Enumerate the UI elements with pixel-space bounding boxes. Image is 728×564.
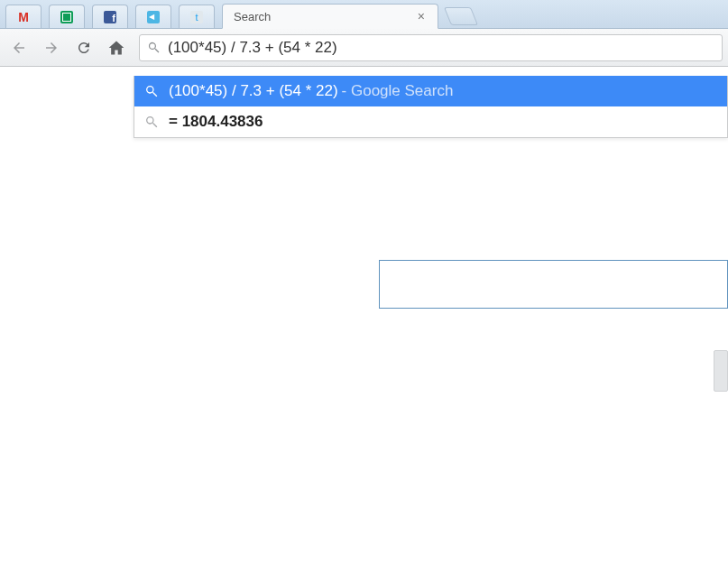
active-tab[interactable]: Search × <box>222 4 438 29</box>
new-tab-button[interactable] <box>444 7 478 25</box>
gmail-icon: M <box>16 10 31 24</box>
arrow-left-icon <box>11 40 27 56</box>
omnibox-suggestions: (100*45) / 7.3 + (54 * 22) - Google Sear… <box>134 76 728 138</box>
suggestion-text: (100*45) / 7.3 + (54 * 22) - Google Sear… <box>169 82 453 100</box>
omnibox-input[interactable] <box>168 39 714 57</box>
forward-button[interactable] <box>38 34 65 61</box>
scrollbar-thumb[interactable] <box>714 350 728 392</box>
suggestion-suffix: - Google Search <box>342 82 454 100</box>
pinned-tab-sheets[interactable] <box>49 5 85 28</box>
pinned-tab-sound[interactable] <box>135 5 171 28</box>
pinned-tab-gmail[interactable]: M <box>5 5 41 28</box>
calculator-result: = 1804.43836 <box>169 113 263 131</box>
omnibox[interactable] <box>139 34 723 61</box>
tab-strip: M f t Search × <box>0 0 728 29</box>
sound-icon <box>146 10 161 24</box>
back-button[interactable] <box>5 34 32 61</box>
toolbar <box>0 29 728 67</box>
search-input-box[interactable] <box>379 260 728 309</box>
reload-button[interactable] <box>70 34 97 61</box>
arrow-right-icon <box>43 40 60 56</box>
tab-title: Search <box>234 10 407 23</box>
reload-icon <box>76 40 92 56</box>
suggestion-calculator[interactable]: = 1804.43836 <box>134 106 727 137</box>
pinned-tab-facebook[interactable]: f <box>92 5 128 28</box>
twitter-icon: t <box>189 10 204 24</box>
page-content <box>0 144 728 564</box>
sheets-icon <box>60 10 74 24</box>
facebook-icon: f <box>103 10 117 24</box>
search-icon <box>143 84 160 98</box>
search-icon <box>143 115 160 129</box>
suggestion-search[interactable]: (100*45) / 7.3 + (54 * 22) - Google Sear… <box>134 76 727 106</box>
suggestion-query: (100*45) / 7.3 + (54 * 22) <box>169 82 338 100</box>
home-icon <box>107 39 125 57</box>
search-icon <box>147 41 161 54</box>
home-button[interactable] <box>103 34 130 61</box>
pinned-tab-twitter[interactable]: t <box>179 5 215 28</box>
close-icon[interactable]: × <box>414 10 429 23</box>
